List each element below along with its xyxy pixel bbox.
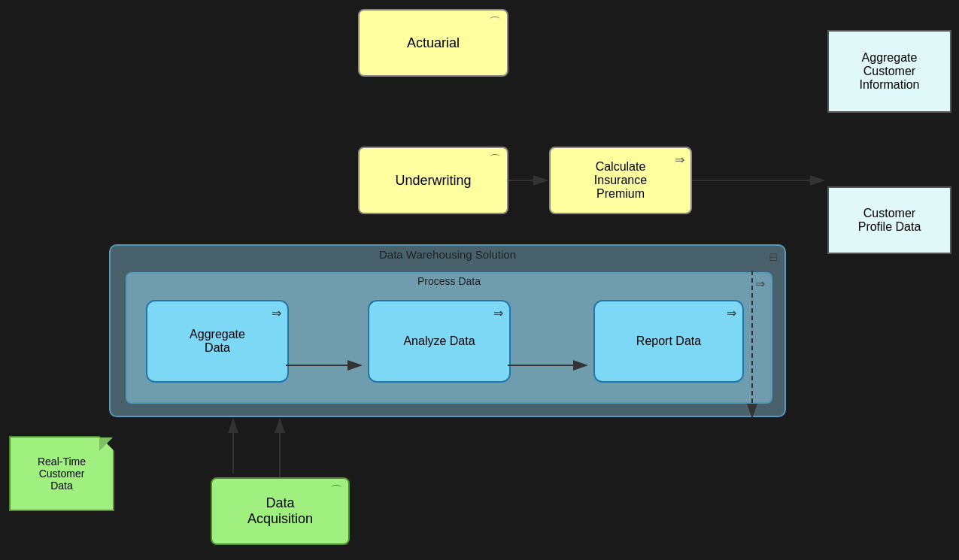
actuarial-label: Actuarial: [407, 35, 460, 51]
analyze-data-icon: ⇒: [493, 306, 503, 320]
underwriting-label: Underwriting: [395, 173, 471, 189]
aggregate-data-label: AggregateData: [190, 328, 245, 355]
realtime-customer-label: Real-TimeCustomerData: [38, 456, 86, 492]
report-data-node: ⇒ Report Data: [593, 300, 744, 383]
process-data-container: Process Data ⇒ ⇒ AggregateData ⇒ Analyze…: [126, 272, 772, 404]
data-warehousing-label: Data Warehousing Solution: [372, 245, 524, 264]
actuarial-corner-icon: ⌒: [489, 15, 501, 31]
data-warehousing-container: Data Warehousing Solution ⊟ Process Data…: [109, 244, 786, 417]
data-acquisition-label: DataAcquisition: [247, 495, 313, 527]
data-acquisition-corner-icon: ⌒: [330, 483, 342, 499]
analyze-data-label: Analyze Data: [403, 334, 475, 348]
analyze-data-node: ⇒ Analyze Data: [368, 300, 511, 383]
data-acquisition-node: ⌒ DataAcquisition: [211, 477, 350, 545]
agg-customer-node: AggregateCustomerInformation: [827, 30, 951, 113]
report-data-icon: ⇒: [727, 306, 736, 320]
calc-premium-label: CalculateInsurancePremium: [594, 160, 647, 201]
calc-premium-corner-icon: ⇒: [675, 153, 684, 167]
data-warehousing-icon: ⊟: [769, 250, 778, 264]
underwriting-corner-icon: ⌒: [489, 153, 501, 168]
actuarial-node: ⌒ Actuarial: [358, 9, 508, 77]
process-data-label: Process Data: [411, 273, 487, 289]
agg-customer-label: AggregateCustomerInformation: [859, 51, 919, 92]
diagram-container: ⌒ Actuarial ⌒ Underwriting ⇒ CalculateIn…: [0, 0, 959, 560]
aggregate-data-icon: ⇒: [272, 306, 281, 320]
customer-profile-node: CustomerProfile Data: [827, 186, 951, 254]
process-data-icon: ⇒: [755, 277, 765, 291]
realtime-customer-node: Real-TimeCustomerData: [9, 436, 114, 511]
customer-profile-label: CustomerProfile Data: [858, 207, 921, 234]
aggregate-data-node: ⇒ AggregateData: [146, 300, 289, 383]
report-data-label: Report Data: [636, 334, 701, 348]
underwriting-node: ⌒ Underwriting: [358, 147, 508, 214]
calc-premium-node: ⇒ CalculateInsurancePremium: [549, 147, 692, 214]
